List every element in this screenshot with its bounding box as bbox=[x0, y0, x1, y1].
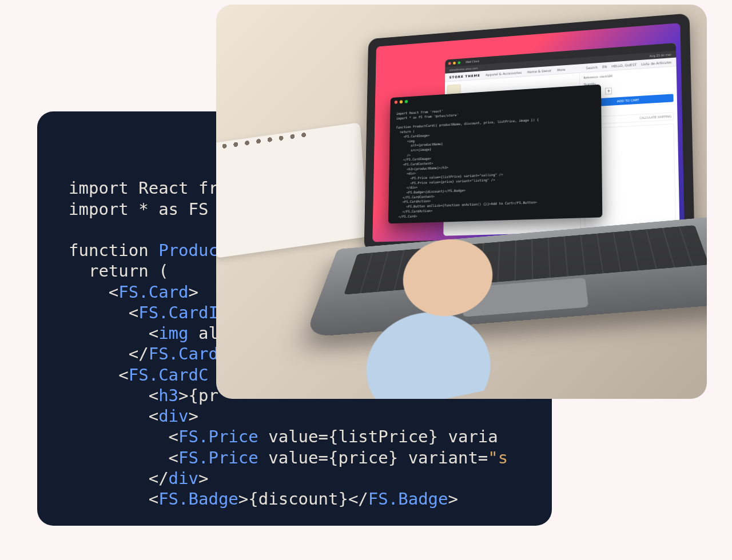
editor-line: </div> bbox=[395, 185, 418, 190]
nav-link[interactable]: More bbox=[557, 67, 566, 72]
browser-tab-title[interactable]: Wall Clock bbox=[466, 59, 479, 63]
editor-line: return ( bbox=[396, 129, 415, 134]
laptop-photo-panel: Wall Clock storetheme.vtex.com Aug 21 de… bbox=[216, 5, 707, 399]
laptop-trackpad bbox=[463, 278, 588, 317]
system-date: Aug 21 de mar bbox=[650, 53, 671, 58]
laptop-lid: Wall Clock storetheme.vtex.com Aug 21 de… bbox=[364, 13, 694, 251]
nav-link[interactable]: Apparel & Accessories bbox=[486, 70, 522, 77]
window-close-icon[interactable] bbox=[395, 101, 397, 104]
laptop-screen: Wall Clock storetheme.vtex.com Aug 21 de… bbox=[372, 23, 685, 242]
editor-line: <div> bbox=[395, 171, 416, 176]
window-maximize-icon[interactable] bbox=[458, 61, 460, 64]
code-line: import bbox=[69, 178, 129, 198]
greeting-label[interactable]: HELLO, GUEST bbox=[611, 62, 636, 68]
nav-link[interactable]: Home & Decor bbox=[527, 69, 551, 74]
search-input[interactable]: Search bbox=[586, 65, 598, 70]
window-minimize-icon[interactable] bbox=[400, 100, 403, 103]
laptop: Wall Clock storetheme.vtex.com Aug 21 de… bbox=[331, 13, 707, 379]
editor-line: <FS.CardAction> bbox=[395, 199, 431, 204]
editor-line: /> bbox=[396, 153, 411, 157]
address-bar[interactable]: storetheme.vtex.com bbox=[449, 66, 478, 71]
window-close-icon[interactable] bbox=[448, 62, 451, 65]
quantity-increase-button[interactable]: + bbox=[605, 87, 612, 94]
window-minimize-icon[interactable] bbox=[453, 61, 456, 64]
window-maximize-icon[interactable] bbox=[405, 100, 408, 103]
cart-link[interactable]: Lista de Artículos bbox=[641, 60, 671, 66]
editor-line: </FS.Card> bbox=[395, 214, 417, 218]
store-brand[interactable]: STORE THEME bbox=[449, 73, 480, 79]
editor-line: <FS.CardImage> bbox=[396, 133, 429, 139]
editor-line: <img bbox=[396, 139, 415, 143]
editor-line: src={image} bbox=[396, 147, 432, 153]
editor-line: </FS.CardAction> bbox=[395, 209, 432, 214]
editor-line: function ProductCard({ productName, disc… bbox=[396, 118, 539, 130]
language-toggle[interactable]: EN bbox=[602, 65, 607, 69]
code-editor-window: import React from 'react' import * as FS… bbox=[388, 85, 602, 224]
